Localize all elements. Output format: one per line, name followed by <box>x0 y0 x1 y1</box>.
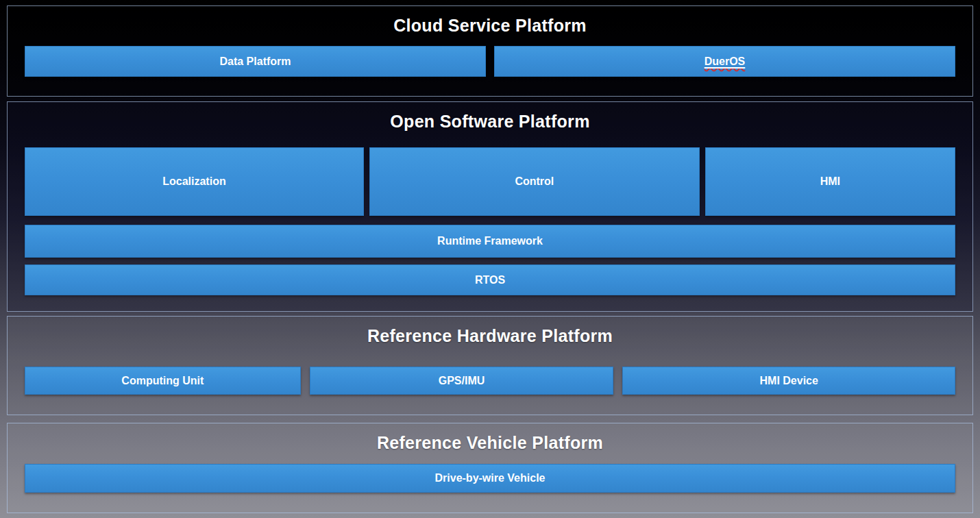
box-computing-unit: Computing Unit <box>25 367 301 395</box>
box-label-rtos: RTOS <box>475 274 505 286</box>
section-cloud-service-platform: Cloud Service Platform Data Platform Due… <box>7 5 973 97</box>
box-data-platform: Data Platform <box>25 46 486 77</box>
box-rtos: RTOS <box>25 264 955 295</box>
box-label-hmi-device: HMI Device <box>760 375 818 387</box>
box-label-localization: Localization <box>162 175 225 188</box>
dueros-spellcheck-underline: DuerOS <box>705 56 746 68</box>
box-gps-imu: GPS/IMU <box>310 367 614 395</box>
box-localization: Localization <box>25 147 364 216</box>
section-title-open-software-platform: Open Software Platform <box>25 112 955 132</box>
section-reference-vehicle-platform: Reference Vehicle Platform Drive-by-wire… <box>7 423 973 513</box>
box-label-computing-unit: Computing Unit <box>121 375 204 387</box>
cloud-boxes-row: Data Platform DuerOS <box>25 46 955 77</box>
hardware-boxes-row: Computing Unit GPS/IMU HMI Device <box>25 367 955 395</box>
box-label-drive-by-wire-vehicle: Drive-by-wire Vehicle <box>435 472 546 484</box>
box-hmi: HMI <box>705 147 955 216</box>
box-hmi-device: HMI Device <box>622 367 955 395</box>
section-reference-hardware-platform: Reference Hardware Platform Computing Un… <box>7 316 973 415</box>
box-label-dueros: DuerOS <box>705 56 746 67</box>
box-label-hmi: HMI <box>820 175 840 188</box>
section-title-cloud-service-platform: Cloud Service Platform <box>25 16 955 36</box>
software-modules-row: Localization Control HMI <box>25 147 955 216</box>
box-label-runtime-framework: Runtime Framework <box>437 235 543 247</box>
architecture-diagram: Cloud Service Platform Data Platform Due… <box>0 5 980 518</box>
box-label-gps-imu: GPS/IMU <box>439 375 485 387</box>
section-title-reference-vehicle-platform: Reference Vehicle Platform <box>25 433 955 453</box>
box-drive-by-wire-vehicle: Drive-by-wire Vehicle <box>25 464 955 493</box>
section-title-reference-hardware-platform: Reference Hardware Platform <box>25 326 955 346</box>
box-dueros: DuerOS <box>494 46 955 77</box>
section-open-software-platform: Open Software Platform Localization Cont… <box>7 101 973 312</box>
box-control: Control <box>369 147 700 216</box>
box-label-data-platform: Data Platform <box>219 56 291 68</box>
box-label-control: Control <box>515 175 554 188</box>
box-runtime-framework: Runtime Framework <box>25 225 955 258</box>
